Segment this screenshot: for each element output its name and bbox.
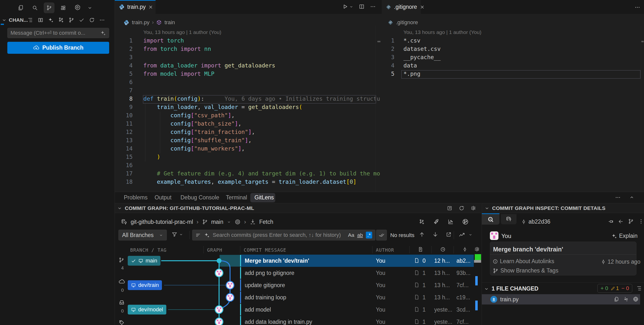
branch-pill-dev/model[interactable]: dev/model [128, 305, 166, 314]
chevron-down-icon[interactable] [179, 232, 183, 236]
minimap-toggle-icon[interactable] [459, 231, 465, 238]
scatter-graph-icon[interactable] [448, 219, 454, 225]
chevron-down-icon[interactable] [86, 3, 94, 13]
commit-graph-icon[interactable] [462, 218, 469, 225]
branches-filter-select[interactable]: All Branches [118, 230, 167, 240]
more-actions-icon[interactable] [99, 17, 105, 23]
files-icon[interactable] [16, 3, 26, 13]
generate-message-icon[interactable] [100, 30, 106, 36]
stash-icon[interactable] [118, 299, 125, 306]
commit-row[interactable]: dev/modeladd modelYou1yeste...3cd... [115, 303, 481, 316]
sparkle-icon[interactable] [48, 17, 54, 23]
col-changes-icon[interactable] [418, 246, 423, 252]
open-external-icon[interactable] [446, 232, 452, 237]
commit-message[interactable]: update gitignore [245, 279, 285, 291]
match-case-toggle[interactable]: Aa [348, 232, 354, 238]
open-in-window-icon[interactable] [447, 205, 452, 211]
search-commits-input[interactable]: Search commits (press Enter to search, ↑… [192, 230, 375, 240]
refresh-icon[interactable] [459, 205, 464, 211]
code-editor-train-py[interactable]: You, 13 hours ago | 1 author (You)1impor… [115, 28, 382, 192]
commit-message[interactable]: add model [245, 303, 271, 316]
match-word-toggle[interactable]: ab [357, 232, 363, 238]
create-branch-icon[interactable] [419, 219, 425, 225]
branch-dropdown-icon[interactable] [227, 220, 231, 224]
extensions-icon[interactable] [58, 3, 68, 13]
target-icon[interactable] [234, 219, 241, 225]
panel-tab-terminal[interactable]: Terminal [226, 192, 247, 203]
col-branch-tag[interactable]: BRANCH / TAG [130, 247, 166, 253]
run-button[interactable] [342, 4, 348, 10]
breadcrumb[interactable]: .gitignore [388, 19, 418, 26]
commit-message[interactable]: add training loop [245, 291, 286, 303]
pin-icon[interactable] [608, 219, 614, 224]
commit-message[interactable]: Merge branch 'dev/train' [245, 255, 309, 267]
commit-row[interactable]: mainMerge branch 'dev/train'You012 h...a… [115, 255, 481, 267]
branch-icon[interactable] [628, 218, 634, 224]
breadcrumb[interactable]: train.py › train [123, 19, 175, 26]
compare-icon[interactable] [623, 296, 629, 302]
show-branches-link[interactable]: Show Branches & Tags [492, 267, 558, 274]
branch-pill-main[interactable]: main [128, 256, 160, 266]
inspect-tab-search[interactable] [482, 213, 500, 225]
columns-icon[interactable] [38, 17, 44, 23]
autolinks-link[interactable]: Learn About Autolinks [492, 258, 554, 265]
branch-name[interactable]: main [211, 219, 224, 225]
panel-tab-problems[interactable]: Problems [124, 192, 148, 203]
source-control-icon[interactable] [44, 3, 54, 13]
commit-row[interactable]: add training loopYou113 h...c19... [115, 291, 481, 303]
cloud-icon[interactable] [118, 278, 125, 285]
section-collapse-icon[interactable] [117, 205, 122, 211]
previous-match-icon[interactable] [419, 231, 425, 237]
files-collapse-icon[interactable] [484, 286, 489, 291]
editor-more-icon[interactable] [370, 4, 376, 10]
scrollbar-marker[interactable] [377, 41, 380, 42]
changed-file-row[interactable]: ± train.py [482, 294, 640, 304]
create-branch-icon[interactable] [58, 17, 64, 23]
explain-button[interactable]: Explain [611, 233, 638, 239]
col-settings-icon[interactable] [474, 246, 480, 252]
fetch-label[interactable]: Fetch [259, 219, 274, 225]
close-icon[interactable] [420, 5, 425, 10]
col-date-icon[interactable] [440, 246, 446, 252]
panel-more-icon[interactable] [615, 194, 621, 200]
split-editor-icon[interactable] [359, 4, 364, 10]
scrollbar-thumb[interactable] [474, 260, 481, 263]
view-as-tree-icon[interactable] [636, 285, 642, 291]
changes-collapse-icon[interactable] [2, 17, 7, 23]
panel-close-icon[interactable] [643, 195, 644, 200]
commit-row[interactable]: add data loading in train.pyYou1yeste...… [115, 316, 481, 325]
inspect-tab-layers[interactable] [501, 214, 516, 224]
close-icon[interactable] [148, 5, 153, 10]
back-icon[interactable] [618, 219, 624, 224]
run-dropdown-icon[interactable] [349, 5, 354, 9]
filter-icon[interactable] [172, 231, 178, 237]
chevron-down-icon[interactable] [468, 233, 472, 237]
search-icon[interactable] [30, 3, 40, 13]
commit-row[interactable]: dev/trainupdate gitignoreYou113 h...7cf.… [115, 279, 481, 291]
tab-train-py[interactable]: train.py [115, 0, 156, 14]
breadcrumb-file[interactable]: .gitignore [396, 19, 418, 26]
globe-icon[interactable] [633, 296, 639, 302]
repo-name[interactable]: git-github-tutorial-prac-ml [131, 219, 193, 225]
panel-tab-debug-console[interactable]: Debug Console [180, 192, 219, 203]
scrollbar-marker[interactable] [641, 41, 644, 42]
commit-sha[interactable]: ab22d36 [528, 218, 550, 225]
tag-icon[interactable] [118, 319, 125, 325]
next-match-icon[interactable] [432, 231, 438, 237]
col-commit-message[interactable]: COMMIT MESSAGE [244, 247, 286, 253]
view-as-tree-icon[interactable] [27, 17, 33, 23]
publish-branch-button[interactable]: Publish Branch [7, 42, 109, 54]
branch-pill-dev/train[interactable]: dev/train [128, 280, 162, 290]
commit-message-input[interactable]: Message (Ctrl+⏎ to commit o... [7, 28, 109, 38]
settings-icon[interactable] [471, 205, 476, 211]
rocket-icon[interactable] [433, 219, 439, 225]
fetch-icon[interactable] [250, 219, 256, 225]
code-editor-gitignore[interactable]: You, 13 hours ago | 1 author (You)1*.csv… [382, 28, 644, 192]
commit-message[interactable]: add data loading in train.py [245, 316, 312, 325]
regex-toggle[interactable]: .* [366, 232, 372, 238]
col-sha-icon[interactable] [462, 246, 468, 252]
open-file-icon[interactable] [614, 296, 619, 302]
branch-icon[interactable] [68, 17, 74, 23]
col-graph[interactable]: GRAPH [207, 247, 222, 253]
commit-row[interactable]: add png to gitignoreYou113 h...93b... [115, 267, 481, 279]
